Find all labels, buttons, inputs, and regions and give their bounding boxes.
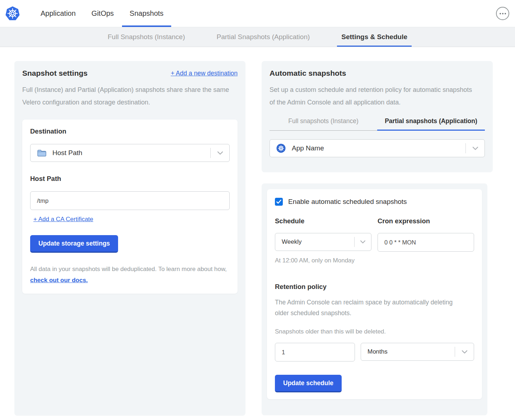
destination-label: Destination (30, 127, 66, 135)
nav-tab-snapshots[interactable]: Snapshots (122, 0, 171, 27)
app-select-value: App Name (292, 144, 324, 152)
nav-spacer (171, 0, 496, 27)
retention-unit-value: Months (367, 348, 388, 355)
add-ca-certificate-link[interactable]: + Add a CA Certificate (33, 216, 93, 223)
nav-tab-application[interactable]: Application (33, 0, 83, 27)
cron-expression-input[interactable] (378, 233, 474, 252)
automatic-snapshots-title: Automatic snapshots (270, 69, 485, 78)
schedule-label: Schedule (275, 217, 371, 225)
checkmark-icon (276, 200, 281, 204)
app-kubernetes-icon (276, 144, 286, 153)
chevron-down-icon (355, 240, 371, 244)
chevron-down-icon (466, 146, 484, 150)
snapshot-settings-description: Full (Instance) and Partial (Application… (22, 84, 232, 109)
tab-full-snapshots-instance[interactable]: Full snapshots (Instance) (270, 117, 377, 131)
chevron-down-icon (455, 350, 474, 354)
schedule-interval-select[interactable]: Weekly (275, 233, 371, 251)
chevron-down-icon (211, 151, 229, 155)
snapshot-settings-card: Snapshot settings + Add a new destinatio… (14, 61, 245, 416)
snapshots-subnav: Full Snapshots (Instance) Partial Snapsh… (0, 27, 515, 47)
destination-select[interactable]: Host Path (30, 144, 230, 162)
snapshot-settings-title: Snapshot settings (22, 69, 88, 78)
schedule-card: Enable automatic scheduled snapshots Sch… (262, 183, 487, 415)
folder-icon (37, 149, 47, 157)
schedule-hint: At 12:00 AM, only on Monday (275, 257, 474, 264)
retention-amount-input[interactable] (275, 343, 355, 361)
overflow-menu-button[interactable] (496, 7, 509, 20)
storage-destination-panel: Destination Host Path Host Path + Add a … (22, 120, 238, 294)
top-navigation: Application GitOps Snapshots (0, 0, 515, 27)
snapshot-scope-tabs: Full snapshots (Instance) Partial snapsh… (270, 117, 485, 131)
app-select[interactable]: App Name (270, 139, 485, 157)
main-content: Snapshot settings + Add a new destinatio… (14, 61, 515, 416)
docs-link[interactable]: check out our docs. (30, 277, 88, 284)
ellipsis-icon (500, 13, 501, 14)
add-destination-link[interactable]: + Add a new destination (171, 70, 238, 77)
retention-unit-select[interactable]: Months (361, 343, 474, 361)
kubernetes-logo[interactable] (5, 0, 20, 27)
dedup-note: All data in your snapshots will be dedup… (30, 263, 230, 286)
enable-snapshots-label: Enable automatic scheduled snapshots (288, 198, 407, 206)
schedule-interval-value: Weekly (282, 238, 301, 246)
update-schedule-button[interactable]: Update schedule (275, 375, 342, 392)
subtab-settings-schedule[interactable]: Settings & Schedule (337, 27, 412, 47)
enable-snapshots-checkbox[interactable] (275, 198, 283, 206)
update-storage-settings-button[interactable]: Update storage settings (30, 235, 118, 253)
kubernetes-logo-icon (5, 6, 20, 21)
retention-delete-hint: Snapshots older than this will be delete… (275, 328, 474, 335)
cron-expression-label: Cron expression (378, 217, 474, 225)
nav-tab-gitops[interactable]: GitOps (84, 0, 121, 27)
destination-selected-value: Host Path (52, 149, 82, 157)
schedule-panel: Enable automatic scheduled snapshots Sch… (267, 189, 482, 399)
enable-snapshots-row: Enable automatic scheduled snapshots (275, 198, 474, 206)
nav-tabs: Application GitOps Snapshots (33, 0, 171, 27)
automatic-snapshots-card: Automatic snapshots Set up a custom sche… (262, 61, 493, 172)
right-column: Automatic snapshots Set up a custom sche… (262, 61, 493, 415)
host-path-label: Host Path (30, 175, 230, 183)
tab-partial-snapshots-application[interactable]: Partial snapshots (Application) (377, 117, 485, 131)
automatic-snapshots-description: Set up a custom schedule and retention p… (270, 84, 476, 109)
subtab-full-snapshots[interactable]: Full Snapshots (Instance) (103, 27, 189, 47)
host-path-input[interactable] (30, 191, 230, 210)
retention-policy-description: The Admin Console can reclaim space by a… (275, 297, 465, 318)
subtab-partial-snapshots[interactable]: Partial Snapshots (Application) (212, 27, 314, 47)
retention-policy-title: Retention policy (275, 283, 474, 291)
